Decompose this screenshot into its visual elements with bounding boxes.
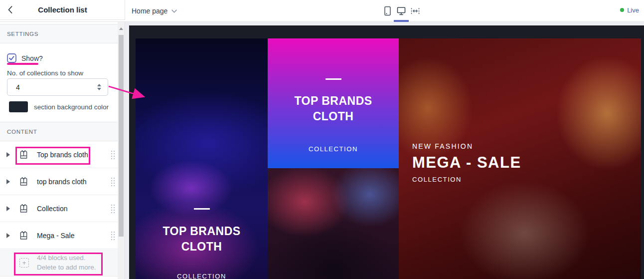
- tile-text-overlay: TOP BRANDS CLOTH COLLECTION: [268, 78, 399, 153]
- collection-subtitle: COLLECTION: [309, 145, 358, 153]
- caret-right-icon[interactable]: [6, 233, 10, 238]
- content-block-list: Top brands cloth top brands cloth Collec…: [0, 141, 118, 277]
- dash-divider: [325, 78, 341, 80]
- blocks-limit-text: 4/4 blocks used. Delete to add more.: [37, 253, 96, 272]
- delete-to-add-line: Delete to add more.: [37, 264, 96, 271]
- background-color-label: section background color: [34, 103, 109, 111]
- drag-handle-icon[interactable]: [111, 205, 115, 213]
- show-checkbox[interactable]: [7, 53, 16, 63]
- active-device-underline: [394, 20, 409, 22]
- live-indicator[interactable]: Live: [620, 0, 639, 20]
- back-button[interactable]: [0, 0, 20, 20]
- block-label: Collection: [37, 205, 67, 213]
- collections-count-field: [7, 78, 108, 96]
- block-row-mega-sale[interactable]: Mega - Sale: [0, 222, 118, 249]
- chevron-left-icon: [8, 6, 12, 13]
- page-selector-dropdown[interactable]: Home page: [132, 0, 177, 22]
- desktop-icon: [396, 6, 406, 16]
- tile-text-overlay: TOP BRANDS CLOTH COLLECTION: [136, 208, 268, 279]
- settings-section-label: SETTINGS: [7, 31, 38, 37]
- top-bar: Home page Live Collection: [0, 0, 644, 22]
- mobile-icon: [384, 6, 391, 16]
- blocks-limit-notice: + 4/4 blocks used. Delete to add more.: [0, 249, 118, 277]
- content-section-header: CONTENT: [0, 122, 118, 141]
- fullwidth-icon: [410, 6, 420, 16]
- page-selector-label: Home page: [132, 7, 167, 15]
- block-label: Top brands cloth: [37, 151, 88, 159]
- caret-right-icon[interactable]: [6, 179, 10, 184]
- block-row-top-brands-cloth[interactable]: Top brands cloth: [0, 141, 118, 168]
- background-color-setting: section background color: [9, 101, 109, 112]
- block-row-top-brands-cloth-2[interactable]: top brands cloth: [0, 168, 118, 195]
- drag-handle-icon[interactable]: [111, 232, 115, 240]
- stepper-down-icon[interactable]: [97, 88, 101, 90]
- collection-subtitle: COLLECTION: [412, 176, 521, 183]
- clothing-icon: [18, 176, 29, 187]
- scrollbar-up-arrow[interactable]: [118, 25, 125, 32]
- desktop-preview-button[interactable]: [394, 0, 408, 22]
- block-row-collection[interactable]: Collection: [0, 195, 118, 222]
- mobile-preview-button[interactable]: [380, 0, 394, 22]
- live-label: Live: [627, 6, 639, 14]
- clothing-icon: [18, 149, 29, 160]
- collections-count-label: No. of collections to show: [7, 69, 83, 77]
- live-status-dot: [620, 8, 624, 12]
- tile-text-overlay: NEW FASHION MEGA - SALE COLLECTION: [412, 133, 521, 183]
- drag-handle-icon[interactable]: [111, 151, 115, 159]
- add-block-icon: +: [19, 258, 29, 268]
- collection-eyebrow: NEW FASHION: [412, 142, 521, 150]
- sidebar-scrollbar[interactable]: [118, 22, 125, 279]
- sidebar-header: Collection list: [0, 0, 125, 20]
- settings-section-header: SETTINGS: [0, 24, 118, 43]
- settings-sidebar: SETTINGS Show? No. of collections to sho…: [0, 20, 125, 279]
- count-stepper[interactable]: [96, 79, 103, 95]
- collection-title: MEGA - SALE: [412, 154, 521, 172]
- caret-right-icon[interactable]: [6, 206, 10, 211]
- clothing-icon: [18, 203, 29, 214]
- stepper-up-icon[interactable]: [97, 84, 101, 86]
- storefront-preview[interactable]: TOP BRANDS CLOTH COLLECTION TOP BRANDS C…: [129, 25, 644, 279]
- show-checkbox-label: Show?: [21, 54, 43, 62]
- block-label: Mega - Sale: [37, 232, 74, 240]
- collection-title: TOP BRANDS CLOTH: [281, 93, 386, 124]
- collection-title: TOP BRANDS CLOTH: [150, 224, 254, 255]
- background-color-swatch[interactable]: [9, 101, 28, 112]
- device-preview-switcher: [380, 0, 422, 22]
- blocks-used-line: 4/4 blocks used.: [37, 254, 86, 262]
- drag-handle-icon[interactable]: [111, 178, 115, 186]
- fullwidth-preview-button[interactable]: [408, 0, 422, 22]
- caret-right-icon[interactable]: [6, 152, 10, 157]
- dash-divider: [194, 208, 210, 210]
- clothing-icon: [18, 230, 29, 241]
- collection-tile-band-photo[interactable]: [268, 168, 399, 279]
- content-section-label: CONTENT: [7, 129, 37, 135]
- collections-count-input[interactable]: [7, 79, 108, 95]
- collection-tile-top-brands-cloth[interactable]: TOP BRANDS CLOTH COLLECTION: [136, 38, 268, 279]
- collection-column: TOP BRANDS CLOTH COLLECTION: [268, 38, 399, 279]
- collection-tile-mega-sale[interactable]: NEW FASHION MEGA - SALE COLLECTION: [399, 38, 641, 279]
- show-setting: Show?: [7, 53, 43, 63]
- block-label: top brands cloth: [37, 178, 87, 186]
- scrollbar-thumb[interactable]: [119, 35, 124, 237]
- chevron-down-icon: [171, 9, 177, 13]
- collection-subtitle: COLLECTION: [177, 273, 226, 279]
- collection-list-section: TOP BRANDS CLOTH COLLECTION TOP BRANDS C…: [136, 38, 641, 279]
- collection-tile-gradient[interactable]: TOP BRANDS CLOTH COLLECTION: [268, 38, 399, 168]
